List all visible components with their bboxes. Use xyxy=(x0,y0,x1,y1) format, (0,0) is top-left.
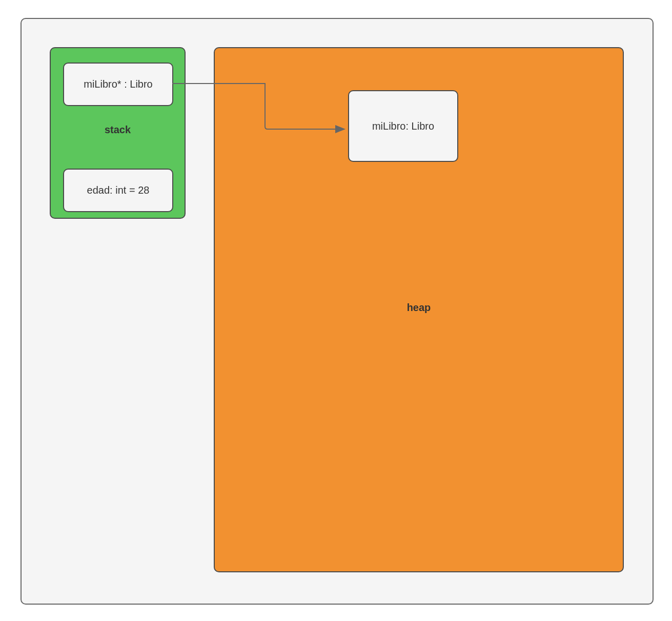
stack-cell-pointer-label: miLibro* : Libro xyxy=(84,78,153,90)
memory-diagram-container: miLibro* : Libro stack edad: int = 28 mi… xyxy=(21,18,654,605)
heap-label: heap xyxy=(215,302,623,314)
heap-cell-object-label: miLibro: Libro xyxy=(372,120,434,132)
stack-label: stack xyxy=(51,124,185,136)
stack-cell-value-label: edad: int = 28 xyxy=(87,184,150,196)
stack-region: miLibro* : Libro stack edad: int = 28 xyxy=(50,47,186,219)
heap-cell-object: miLibro: Libro xyxy=(348,90,458,162)
stack-cell-value: edad: int = 28 xyxy=(63,169,173,212)
stack-cell-pointer: miLibro* : Libro xyxy=(63,63,173,106)
heap-region: miLibro: Libro heap xyxy=(214,47,624,572)
